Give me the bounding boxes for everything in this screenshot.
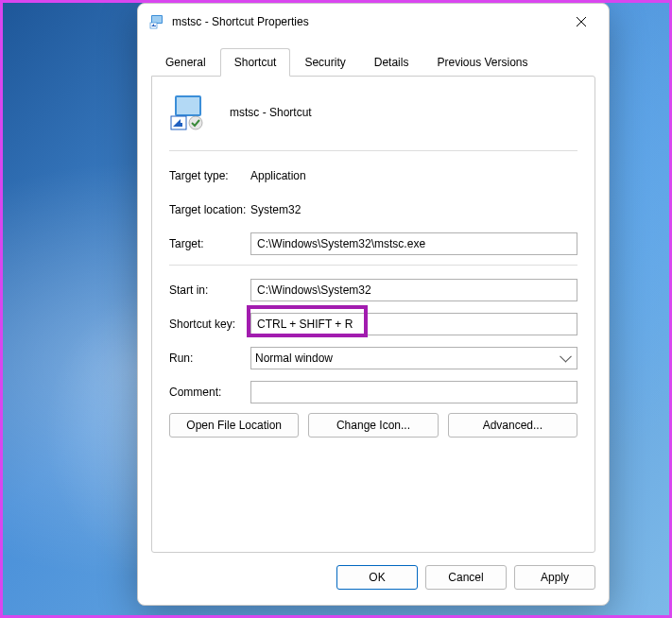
input-shortcut-key[interactable] [250,313,577,335]
row-shortcut-key: Shortcut key: [169,311,577,337]
tab-panel-shortcut: mstsc - Shortcut Target type: Applicatio… [151,76,595,553]
separator [169,150,577,151]
close-button[interactable] [560,7,603,37]
shortcut-name: mstsc - Shortcut [230,106,312,119]
dialog-buttons: OK Cancel Apply [138,565,609,605]
advanced-button[interactable]: Advanced... [448,413,577,438]
select-run[interactable]: Normal window [250,347,577,369]
row-target-type: Target type: Application [169,163,577,189]
row-start-in: Start in: [169,277,577,303]
shortcut-header: mstsc - Shortcut [169,92,577,146]
select-run-wrap: Normal window [250,347,577,369]
window-title: mstsc - Shortcut Properties [172,15,560,28]
separator [169,265,577,266]
label-comment: Comment: [169,386,250,399]
svg-rect-4 [177,97,199,114]
apply-button[interactable]: Apply [514,565,595,590]
value-target-type: Application [250,169,306,182]
ok-button[interactable]: OK [336,565,418,590]
row-target: Target: [169,231,577,257]
label-run: Run: [169,352,250,365]
tab-shortcut[interactable]: Shortcut [220,48,291,77]
label-target: Target: [169,237,250,250]
tab-general[interactable]: General [151,48,220,77]
label-target-type: Target type: [169,169,250,182]
open-file-location-button[interactable]: Open File Location [169,413,299,438]
label-shortcut-key: Shortcut key: [169,318,250,331]
tab-details[interactable]: Details [360,48,423,77]
label-target-location: Target location: [169,203,250,216]
tab-security[interactable]: Security [290,48,359,77]
tab-previous-versions[interactable]: Previous Versions [422,48,542,77]
value-target-location: System32 [250,203,301,216]
input-start-in[interactable] [250,279,577,301]
action-button-row: Open File Location Change Icon... Advanc… [169,413,577,438]
row-target-location: Target location: System32 [169,197,577,223]
input-comment[interactable] [250,381,577,403]
input-target[interactable] [250,232,577,255]
row-run: Run: Normal window [169,345,577,371]
svg-point-6 [189,116,202,129]
cancel-button[interactable]: Cancel [425,565,507,590]
close-icon [576,16,587,27]
svg-rect-1 [152,16,162,23]
tab-strip: General Shortcut Security Details Previo… [138,40,609,77]
row-comment: Comment: [169,379,577,405]
label-start-in: Start in: [169,283,250,297]
shortcut-file-icon [169,94,207,131]
properties-dialog: mstsc - Shortcut Properties General Shor… [137,3,610,606]
change-icon-button[interactable]: Change Icon... [308,413,438,438]
app-icon [149,14,164,29]
titlebar[interactable]: mstsc - Shortcut Properties [138,4,609,40]
